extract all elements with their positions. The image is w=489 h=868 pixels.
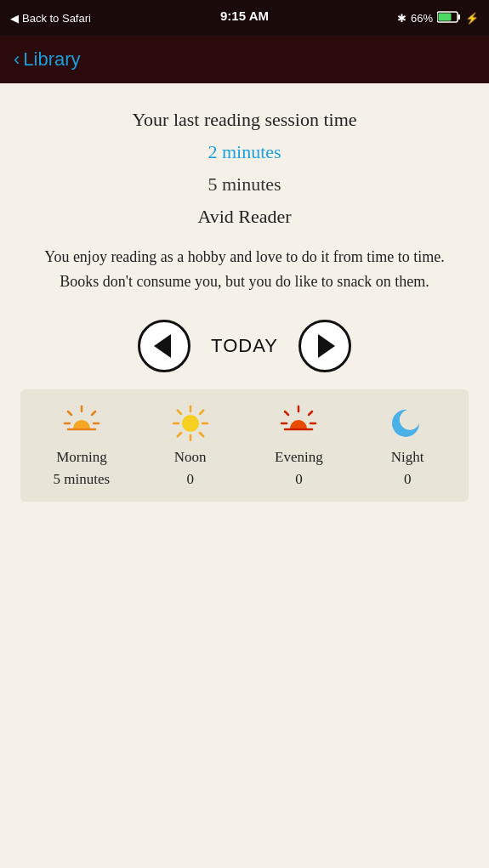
svg-line-6 <box>92 411 95 415</box>
right-arrow-icon <box>318 334 335 358</box>
svg-line-4 <box>68 411 71 415</box>
night-period: Night 0 <box>353 403 462 488</box>
battery-icon <box>437 11 461 26</box>
nav-bar: ‹ Library <box>0 36 489 83</box>
reader-type: Avid Reader <box>20 206 469 228</box>
status-right: ✱ 66% ⚡ <box>397 11 479 26</box>
svg-rect-1 <box>458 14 461 20</box>
night-moon-icon <box>387 403 428 444</box>
back-arrow-icon: ◀ <box>10 12 19 25</box>
status-time: 9:15 AM <box>220 9 269 23</box>
day-navigation: TODAY <box>20 320 469 372</box>
today-label: TODAY <box>211 335 278 357</box>
session-time-secondary: 5 minutes <box>20 173 469 196</box>
noon-value: 0 <box>186 471 194 488</box>
session-time-highlight: 2 minutes <box>20 141 469 163</box>
svg-line-23 <box>309 411 312 415</box>
time-of-day-grid: Morning 5 minutes Noon 0 <box>20 389 469 502</box>
svg-line-21 <box>285 411 288 415</box>
morning-period: Morning 5 minutes <box>27 403 136 488</box>
noon-label: Noon <box>174 449 207 466</box>
back-chevron-icon: ‹ <box>14 48 20 71</box>
night-value: 0 <box>404 471 412 488</box>
library-nav-label: Library <box>23 48 80 71</box>
previous-day-button[interactable] <box>138 320 190 372</box>
next-day-button[interactable] <box>299 320 351 372</box>
charging-icon: ⚡ <box>465 12 479 25</box>
left-arrow-icon <box>154 334 171 358</box>
status-bar: ◀ Back to Safari 9:15 AM ✱ 66% ⚡ <box>0 0 489 36</box>
battery-percent: 66% <box>411 12 433 25</box>
night-label: Night <box>391 449 424 466</box>
svg-line-18 <box>200 410 203 413</box>
session-label: Your last reading session time <box>20 109 469 131</box>
evening-period: Evening 0 <box>245 403 354 488</box>
svg-line-19 <box>177 433 180 436</box>
evening-sun-icon <box>278 403 319 444</box>
morning-value: 5 minutes <box>54 471 111 488</box>
reader-description: You enjoy reading as a hobby and love to… <box>20 245 469 294</box>
morning-sun-icon <box>61 403 102 444</box>
back-to-safari-label: Back to Safari <box>22 12 91 25</box>
svg-point-11 <box>182 415 199 432</box>
evening-label: Evening <box>275 449 323 466</box>
library-back-button[interactable]: ‹ Library <box>14 48 81 71</box>
noon-period: Noon 0 <box>136 403 245 488</box>
svg-line-16 <box>177 410 180 413</box>
main-content: Your last reading session time 2 minutes… <box>0 83 489 536</box>
morning-label: Morning <box>56 449 107 466</box>
evening-value: 0 <box>295 471 303 488</box>
bluetooth-icon: ✱ <box>397 12 407 25</box>
svg-line-17 <box>200 433 203 436</box>
svg-rect-2 <box>439 13 452 20</box>
noon-sun-icon <box>170 403 211 444</box>
back-to-safari[interactable]: ◀ Back to Safari <box>10 12 91 25</box>
